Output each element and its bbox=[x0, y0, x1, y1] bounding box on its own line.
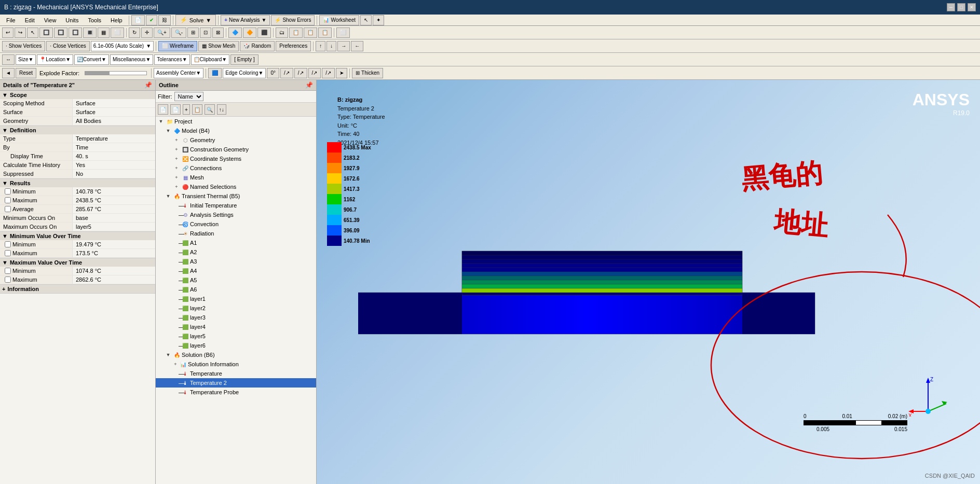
by-value[interactable]: Time bbox=[73, 143, 155, 151]
misc-dropdown[interactable]: Miscellaneous ▼ bbox=[110, 54, 153, 65]
scoping-method-value[interactable]: Surface bbox=[73, 99, 155, 107]
maxt-min-checkbox[interactable] bbox=[5, 268, 11, 274]
random-button[interactable]: 🎲 Random bbox=[240, 41, 275, 51]
icon-zoom-out[interactable]: 🔍- bbox=[171, 27, 186, 38]
menu-edit[interactable]: Edit bbox=[21, 16, 39, 24]
calc-history-value[interactable]: Yes bbox=[73, 161, 155, 169]
icon-arr4[interactable]: ← bbox=[351, 41, 363, 51]
icon-link[interactable]: ⛓ bbox=[158, 15, 171, 25]
icon-fit[interactable]: ⊞ bbox=[187, 27, 199, 38]
tree-coord-systems[interactable]: + 🔀 Coordinate Systems bbox=[156, 154, 316, 163]
close-button[interactable]: ✕ bbox=[968, 3, 976, 11]
icon-select4[interactable]: 📋 bbox=[318, 27, 332, 38]
angle-icon1[interactable]: /↗ bbox=[280, 68, 293, 78]
icon-tb3[interactable]: ↖ bbox=[27, 27, 38, 38]
type-value[interactable]: Temperature bbox=[73, 134, 155, 143]
thicken-button[interactable]: ⊞ Thicken bbox=[352, 68, 383, 78]
tree-initial-temp[interactable]: — 🌡 Initial Temperature bbox=[156, 201, 316, 210]
icon-section2[interactable]: 🔶 bbox=[243, 27, 256, 38]
information-header[interactable]: + Information bbox=[0, 285, 155, 293]
tree-analysis-settings[interactable]: — ⚙ Analysis Settings bbox=[156, 210, 316, 219]
viewport[interactable]: B: zigzag Temperature 2 Type: Temperatur… bbox=[317, 80, 980, 484]
icon-size-arrow[interactable]: ↔ bbox=[2, 54, 15, 65]
outline-tb2[interactable]: 📄 bbox=[170, 104, 181, 115]
worksheet-button[interactable]: 📊 Worksheet bbox=[319, 15, 359, 25]
min-checkbox[interactable] bbox=[5, 188, 11, 195]
icon-select2[interactable]: 📋 bbox=[289, 27, 303, 38]
menu-tools[interactable]: Tools bbox=[84, 16, 105, 24]
tree-geometry[interactable]: + ⬡ Geometry bbox=[156, 135, 316, 145]
tree-a4[interactable]: — 🟩 A4 bbox=[156, 266, 316, 275]
min-time-header[interactable]: ▼ Minimum Value Over Time bbox=[0, 232, 155, 240]
size-dropdown[interactable]: Size ▼ bbox=[16, 54, 36, 65]
icon-pan[interactable]: ✛ bbox=[141, 27, 153, 38]
wireframe-button[interactable]: ⬜ Wireframe bbox=[158, 41, 197, 51]
tree-connections[interactable]: + 🔗 Connections bbox=[156, 163, 316, 173]
scope-header[interactable]: ▼ Scope bbox=[0, 91, 155, 99]
outline-tb3[interactable]: + bbox=[183, 104, 190, 115]
icon-star[interactable]: ✦ bbox=[373, 15, 384, 25]
location-dropdown[interactable]: 📍 Location ▼ bbox=[37, 54, 73, 65]
tree-layer5[interactable]: — 🟩 layer5 bbox=[156, 331, 316, 341]
empty-btn[interactable]: [ Empty ] bbox=[230, 54, 258, 65]
menu-units[interactable]: Units bbox=[61, 16, 83, 24]
solve-button[interactable]: ⚡ Solve ▼ bbox=[175, 15, 216, 26]
icon-tb2[interactable]: ↪ bbox=[15, 27, 26, 38]
show-mesh-button[interactable]: ▦ Show Mesh bbox=[198, 41, 239, 51]
outline-tb5[interactable]: 🔍 bbox=[205, 104, 215, 115]
definition-header[interactable]: ▼ Definition bbox=[0, 126, 155, 134]
tree-layer6[interactable]: — 🟩 layer6 bbox=[156, 341, 316, 350]
display-time-value[interactable]: 40. s bbox=[73, 152, 155, 160]
mint-min-checkbox[interactable] bbox=[5, 241, 11, 247]
icon-check-green[interactable]: ✔ bbox=[146, 15, 157, 25]
outline-pin-icon[interactable]: 📌 bbox=[305, 81, 313, 89]
mint-max-checkbox[interactable] bbox=[5, 250, 11, 256]
max-time-header[interactable]: ▼ Maximum Value Over Time bbox=[0, 258, 155, 267]
outline-tb6[interactable]: ↑↓ bbox=[217, 104, 226, 115]
angle-0[interactable]: 0° bbox=[267, 68, 279, 78]
geometry-value[interactable]: All Bodies bbox=[73, 117, 155, 125]
tree-a1[interactable]: — 🟩 A1 bbox=[156, 238, 316, 247]
menu-help[interactable]: Help bbox=[106, 16, 127, 24]
icon-tb4[interactable]: 🔲 bbox=[39, 27, 53, 38]
angle-icon3[interactable]: /↗ bbox=[308, 68, 321, 78]
tree-convection[interactable]: — 🌀 Convection bbox=[156, 219, 316, 229]
tree-a5[interactable]: — 🟩 A5 bbox=[156, 275, 316, 285]
tree-solution[interactable]: ▼ 🔥 Solution (B6) bbox=[156, 350, 316, 359]
new-analysis-button[interactable]: + New Analysis ▼ bbox=[221, 15, 270, 25]
maxt-max-checkbox[interactable] bbox=[5, 276, 11, 283]
icon-left-arr[interactable]: ◄ bbox=[2, 68, 15, 78]
tree-temp-probe[interactable]: — 🌡 Temperature Probe bbox=[156, 388, 316, 397]
tree-layer4[interactable]: — 🟩 layer4 bbox=[156, 322, 316, 331]
filter-select[interactable]: Name bbox=[174, 92, 203, 101]
tree-radiation[interactable]: — ☀ Radiation bbox=[156, 229, 316, 238]
icon-arr1[interactable]: ↑ bbox=[316, 41, 325, 51]
icon-section1[interactable]: 🔷 bbox=[228, 27, 242, 38]
tree-mesh[interactable]: + ▦ Mesh bbox=[156, 173, 316, 182]
edge-coloring-dropdown[interactable]: Edge Coloring ▼ bbox=[223, 68, 266, 78]
outline-tb4[interactable]: 📋 bbox=[192, 104, 202, 115]
menu-file[interactable]: File bbox=[2, 16, 20, 24]
tree-temperature[interactable]: — 🌡 Temperature bbox=[156, 369, 316, 378]
max-checkbox[interactable] bbox=[5, 197, 11, 203]
icon-zoom-in[interactable]: 🔍+ bbox=[154, 27, 170, 38]
edge-coloring-icon[interactable]: 🟦 bbox=[208, 68, 222, 78]
results-header[interactable]: ▼ Results bbox=[0, 179, 155, 187]
icon-arr2[interactable]: ↓ bbox=[326, 41, 336, 51]
icon-select3[interactable]: 📋 bbox=[304, 27, 317, 38]
tree-temperature2[interactable]: — 🌡 Temperature 2 bbox=[156, 378, 316, 388]
tolerances-dropdown[interactable]: Tolerances ▼ bbox=[154, 54, 189, 65]
icon-cursor[interactable]: ↖ bbox=[360, 15, 372, 25]
tree-project[interactable]: ▼ 📁 Project bbox=[156, 117, 316, 126]
icon-zoom-fit[interactable]: ⊠ bbox=[212, 27, 224, 38]
tree-layer1[interactable]: — 🟩 layer1 bbox=[156, 294, 316, 303]
icon-select1[interactable]: 🗂 bbox=[276, 27, 288, 38]
icon-tb9[interactable]: ⬜ bbox=[111, 27, 124, 38]
clipboard-dropdown[interactable]: 📋 Clipboard ▼ bbox=[191, 54, 230, 65]
avg-checkbox[interactable] bbox=[5, 206, 11, 212]
convert-dropdown[interactable]: 🔄 Convert ▼ bbox=[74, 54, 109, 65]
tree-layer2[interactable]: — 🟩 layer2 bbox=[156, 303, 316, 313]
menu-view[interactable]: View bbox=[40, 16, 61, 24]
explode-slider[interactable] bbox=[85, 71, 147, 75]
minimize-button[interactable]: ─ bbox=[947, 3, 955, 11]
